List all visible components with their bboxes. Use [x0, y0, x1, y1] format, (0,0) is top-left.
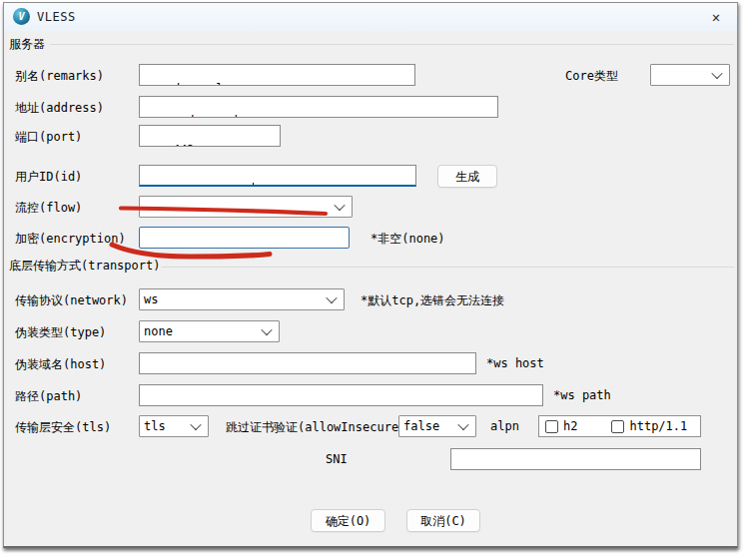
- core-type-label: Core类型: [565, 68, 618, 85]
- text-caret: [253, 183, 254, 187]
- network-label: 传输协议(network): [15, 292, 128, 309]
- port-input[interactable]: 443: [139, 125, 281, 147]
- type-select[interactable]: none: [139, 320, 280, 342]
- generate-button[interactable]: 生成: [437, 165, 497, 188]
- alpn-h2-label: h2: [563, 419, 577, 433]
- type-label: 伪装类型(type): [15, 324, 106, 341]
- vless-app-icon: V: [13, 8, 30, 25]
- alpn-http11-checkbox[interactable]: [611, 420, 624, 433]
- address-input[interactable]: . deno. dev: [139, 96, 498, 118]
- path-label: 路径(path): [15, 388, 82, 405]
- allow-insecure-value: false: [403, 419, 439, 433]
- host-hint: *ws host: [486, 356, 544, 370]
- host-input[interactable]: [139, 352, 476, 374]
- alpn-label: alpn: [490, 419, 519, 433]
- id-value: xxxxxxxxxxx: [173, 183, 252, 187]
- id-label: 用户ID(id): [15, 169, 82, 186]
- remarks-value: deno¬vless: [173, 82, 245, 86]
- flow-label: 流控(flow): [15, 200, 82, 217]
- window-title: VLESS: [37, 10, 76, 24]
- sni-input[interactable]: [450, 448, 701, 470]
- alpn-http11-label: http/1.1: [629, 419, 687, 433]
- network-select[interactable]: ws: [139, 288, 345, 310]
- tls-value: tls: [144, 419, 166, 433]
- encryption-hint: *非空(none): [371, 231, 445, 248]
- server-group-label: 服务器: [9, 36, 45, 53]
- address-value: . deno. dev: [173, 114, 252, 118]
- encryption-label: 加密(encryption): [15, 231, 126, 248]
- host-label: 伪装域名(host): [15, 356, 106, 373]
- server-group-line: [50, 44, 734, 45]
- remarks-input[interactable]: deno¬vless: [139, 64, 415, 86]
- network-value: ws: [144, 292, 158, 306]
- sni-label: SNI: [326, 452, 348, 466]
- network-hint: *默认tcp,选错会无法连接: [361, 292, 504, 309]
- title-bar[interactable]: V VLESS ✕: [4, 3, 737, 31]
- encryption-value: none: [173, 245, 202, 249]
- remarks-label: 别名(remarks): [15, 68, 104, 85]
- path-input[interactable]: [139, 384, 543, 406]
- tls-label: 传输层安全(tls): [15, 419, 111, 436]
- transport-group-label: 底层传输方式(transport): [9, 258, 160, 275]
- cancel-button[interactable]: 取消(C): [406, 509, 480, 532]
- vless-dialog: V VLESS ✕ 服务器 别名(remarks) deno¬vless Cor…: [3, 2, 738, 548]
- chevron-down-icon: [326, 292, 337, 303]
- address-label: 地址(address): [15, 100, 104, 117]
- chevron-down-icon: [261, 324, 272, 335]
- chevron-down-icon: [711, 68, 722, 79]
- alpn-options-box: h2 http/1.1: [538, 415, 701, 437]
- flow-select[interactable]: [139, 196, 353, 218]
- close-icon: ✕: [712, 9, 720, 25]
- chevron-down-icon: [334, 200, 345, 211]
- encryption-input[interactable]: none: [139, 227, 350, 249]
- path-hint: *ws path: [553, 388, 611, 402]
- id-input[interactable]: xxxxxxxxxxx: [139, 165, 416, 187]
- transport-group-line: [162, 267, 734, 268]
- tls-select[interactable]: tls: [139, 415, 209, 437]
- alpn-h2-checkbox[interactable]: [545, 420, 558, 433]
- chevron-down-icon: [190, 419, 201, 430]
- close-button[interactable]: ✕: [703, 6, 729, 28]
- chevron-down-icon: [457, 419, 468, 430]
- port-label: 端口(port): [15, 129, 82, 146]
- ok-button[interactable]: 确定(O): [311, 509, 385, 532]
- core-type-select[interactable]: [650, 64, 730, 86]
- port-value: 443: [173, 143, 195, 147]
- allow-insecure-label: 跳过证书验证(allowInsecure): [226, 419, 405, 436]
- type-value: none: [144, 324, 173, 338]
- allow-insecure-select[interactable]: false: [398, 415, 476, 437]
